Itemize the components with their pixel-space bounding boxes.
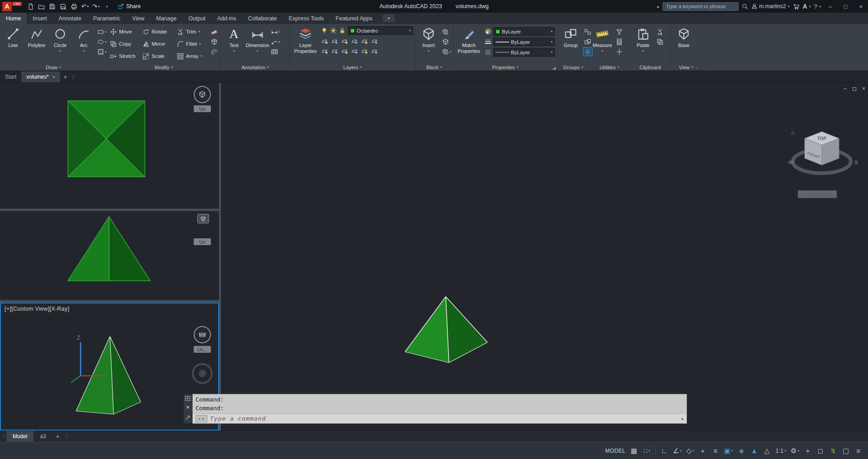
new-file-icon[interactable]	[25, 1, 36, 12]
cart-icon[interactable]	[793, 3, 800, 10]
block-editor-icon[interactable]: ▾	[441, 48, 453, 56]
new-layout-button[interactable]: +	[52, 431, 63, 442]
selection-cycling-icon[interactable]: ▣▾	[722, 445, 735, 457]
layer-color-icon[interactable]	[350, 37, 358, 45]
table-icon[interactable]	[270, 48, 281, 56]
layer-walk-icon[interactable]	[360, 47, 368, 55]
viewcube-mini-icon[interactable]	[194, 326, 211, 343]
command-customize-icon[interactable]	[185, 415, 191, 421]
doc-close-icon[interactable]: ×	[862, 85, 865, 92]
viewcube-ucs-dropdown[interactable]: Unnamed	[798, 190, 837, 198]
app-logo[interactable]: A	[2, 2, 12, 11]
account-menu[interactable]: m.martins2 ▾	[751, 3, 789, 9]
base-view-button[interactable]: Base	[672, 24, 696, 48]
layer-state-icon[interactable]	[370, 47, 378, 55]
snap-mode-icon[interactable]: ∷▾	[641, 445, 653, 457]
properties-dialog-launcher-icon[interactable]: ◢	[553, 66, 556, 70]
share-button[interactable]: Share	[118, 3, 141, 9]
ortho-mode-icon[interactable]: ∟	[658, 445, 670, 457]
file-tab-close-icon[interactable]: ×	[52, 74, 55, 80]
clean-screen-icon[interactable]: ▢	[840, 445, 852, 457]
viewport-ucs-button[interactable]: Un	[194, 238, 211, 245]
panel-label-annotation[interactable]: Annotation▾	[221, 63, 290, 71]
copy-clip-icon[interactable]	[656, 38, 664, 46]
write-block-icon[interactable]	[441, 38, 453, 46]
plot-icon[interactable]	[69, 1, 80, 12]
new-drawing-tab-button[interactable]: +	[60, 71, 70, 82]
layer-on-icon[interactable]	[320, 27, 328, 34]
viewport-main[interactable]: W S TOP FRONT ⌂ Unnamed	[221, 83, 868, 431]
panel-label-clipboard[interactable]: Clipboard	[630, 63, 670, 71]
drawing-area[interactable]: – ◻ × Un	[0, 83, 868, 431]
viewcube-mini-icon[interactable]	[194, 86, 211, 103]
help-menu[interactable]: ? ▾	[814, 3, 821, 10]
customization-icon[interactable]: ≡	[853, 445, 864, 457]
isometric-drafting-icon[interactable]: ◇▾	[684, 445, 696, 457]
layer-match-icon[interactable]	[360, 37, 368, 45]
create-block-icon[interactable]	[441, 28, 453, 36]
object-snap-tracking-icon[interactable]: +	[697, 445, 709, 457]
command-input[interactable]: ▸▾ Type a command ▴	[193, 413, 687, 423]
modify-copy-button[interactable]: Copy	[110, 38, 143, 50]
insert-block-button[interactable]: Insert▾	[417, 24, 440, 53]
search-collapse-icon[interactable]: ▸	[657, 4, 659, 9]
redo-icon[interactable]: ↷▾	[91, 1, 101, 12]
ribbon-tab-express-tools[interactable]: Express Tools	[283, 13, 330, 24]
panel-label-groups[interactable]: Groups▾	[558, 63, 589, 71]
close-button[interactable]: ×	[855, 0, 867, 13]
viewport-front-view[interactable]: Un	[0, 211, 219, 300]
layer-previous-icon[interactable]	[370, 37, 378, 45]
open-file-icon[interactable]	[36, 1, 47, 12]
leader-icon[interactable]: ▾	[270, 38, 281, 46]
viewcube-mini-icon[interactable]	[197, 214, 209, 223]
command-line-grip[interactable]: ×	[183, 394, 192, 424]
group-button[interactable]: Group	[559, 24, 582, 48]
minimize-button[interactable]: –	[824, 0, 836, 13]
modify-scale-button[interactable]: Scale	[143, 50, 177, 62]
layer-lock-icon[interactable]	[340, 37, 348, 45]
annotation-visibility-icon[interactable]: ▲	[749, 445, 760, 457]
layer-properties-button[interactable]: Layer Properties	[291, 24, 320, 54]
ribbon-tab-insert[interactable]: Insert	[27, 13, 52, 24]
annotation-monitor-icon[interactable]: +	[802, 445, 814, 457]
explode-icon[interactable]	[210, 38, 219, 46]
rectangle-icon[interactable]: ▾	[96, 28, 108, 36]
modify-trim-button[interactable]: Trim▾	[177, 26, 210, 38]
quick-select-icon[interactable]	[615, 28, 624, 36]
navigation-wheel-icon[interactable]	[192, 363, 213, 384]
modify-stretch-button[interactable]: Stretch	[110, 50, 143, 62]
layout-tab-a3[interactable]: a3	[33, 431, 52, 442]
panel-label-properties[interactable]: Properties▾	[453, 63, 557, 71]
panel-label-block[interactable]: Block▾	[415, 63, 453, 71]
layer-unisolate-icon[interactable]	[330, 47, 339, 55]
match-properties-button[interactable]: Match Properties	[455, 24, 483, 54]
layer-off-icon[interactable]	[320, 37, 329, 45]
ribbon-tab-collaborate[interactable]: Collaborate	[242, 13, 283, 24]
maximize-button[interactable]: □	[839, 0, 852, 13]
id-point-icon[interactable]	[615, 48, 624, 56]
ribbon-tab-manage[interactable]: Manage	[150, 13, 182, 24]
polar-tracking-icon[interactable]: ∠▾	[671, 445, 683, 457]
linetype-control-combo[interactable]: ByLayer▾	[493, 48, 555, 57]
annotation-dimension-button[interactable]: Dimension▾	[246, 24, 269, 53]
ribbon-tab-annotate[interactable]: Annotate	[53, 13, 87, 24]
erase-icon[interactable]	[210, 28, 219, 36]
qat-customize-caret-icon[interactable]: ▾	[101, 1, 112, 12]
annotation-scale[interactable]: 1:1▾	[774, 445, 788, 457]
doc-restore-icon[interactable]: ◻	[852, 85, 857, 92]
panel-label-view[interactable]: View▾⌄	[671, 63, 706, 71]
modify-rotate-button[interactable]: Rotate	[143, 26, 177, 38]
layer-delete-icon[interactable]	[350, 47, 358, 55]
viewcube[interactable]: W S TOP FRONT ⌂	[786, 126, 863, 189]
workspace-switching-icon[interactable]: ⚙▾	[789, 445, 801, 457]
pyramid-3d[interactable]	[405, 297, 487, 363]
draw-line-button[interactable]: Line	[1, 24, 25, 53]
layout-tab-model[interactable]: Model	[6, 431, 34, 442]
command-close-icon[interactable]: ×	[186, 404, 190, 411]
draw-circle-button[interactable]: Circle▾	[48, 24, 72, 53]
grid-display-icon[interactable]: ▦	[628, 445, 640, 457]
doc-minimize-icon[interactable]: –	[844, 85, 847, 92]
annotation-text-button[interactable]: AText▾	[222, 24, 246, 53]
pyramid-top-view[interactable]	[68, 101, 145, 177]
object-color-control-combo[interactable]: ByLayer▾	[493, 27, 555, 36]
